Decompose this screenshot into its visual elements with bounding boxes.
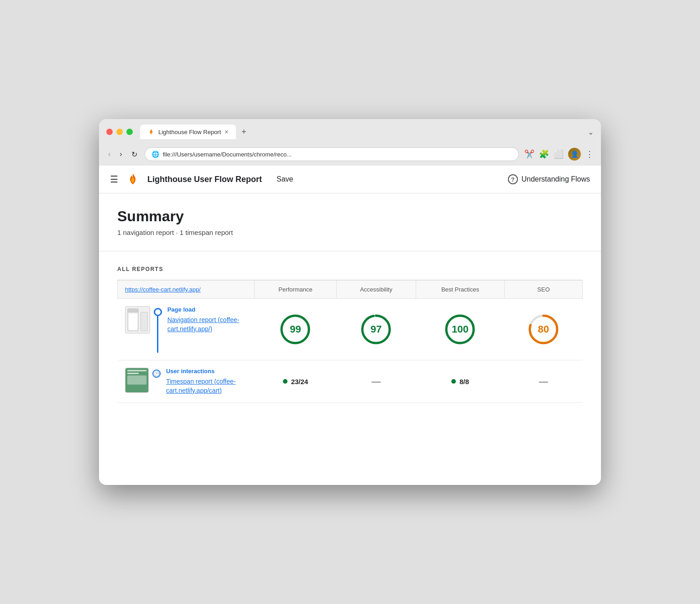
understanding-flows-link[interactable]: ? Understanding Flows <box>508 174 590 184</box>
nav-bestpractices-value: 100 <box>452 323 469 335</box>
refresh-button[interactable]: ↻ <box>130 148 139 161</box>
tab-chevron-icon[interactable]: ⌄ <box>588 128 594 139</box>
timespan-performance-dot <box>283 379 287 384</box>
active-tab[interactable]: Lighthouse Flow Report × <box>140 125 236 139</box>
address-bar[interactable]: 🌐 file:///Users/username/Documents/chrom… <box>145 147 519 161</box>
tab-favicon-icon <box>147 128 155 135</box>
hamburger-menu[interactable]: ☰ <box>110 174 118 185</box>
timespan-report-link[interactable]: Timespan report (coffee-cart.netlify.app… <box>166 377 247 395</box>
user-avatar[interactable]: 👤 <box>568 148 581 161</box>
address-text: file:///Users/username/Documents/chrome/… <box>163 151 512 158</box>
col-header-accessibility: Accessibility <box>336 281 416 299</box>
minimize-traffic-light[interactable] <box>116 129 123 135</box>
col-header-performance: Performance <box>255 281 337 299</box>
table-row: Page load Navigation report (coffee-cart… <box>118 299 583 360</box>
reports-table: https://coffee-cart.netlify.app/ Perform… <box>117 280 583 403</box>
nav-type-label: Page load <box>167 306 247 313</box>
menu-icon[interactable]: ⋮ <box>585 149 594 159</box>
nav-seo-value: 80 <box>538 323 549 335</box>
nav-accessibility-value: 97 <box>371 323 381 335</box>
address-bar-row: ‹ › ↻ 🌐 file:///Users/username/Documents… <box>99 144 601 166</box>
toolbar-icons: ✂️ 🧩 ⬜ 👤 ⋮ <box>524 148 594 161</box>
timespan-thumbnail <box>125 368 149 393</box>
nav-circle-icon <box>154 308 162 316</box>
timespan-performance-value: 23/24 <box>291 378 308 385</box>
table-body: Page load Navigation report (coffee-cart… <box>118 299 583 403</box>
url-link[interactable]: https://coffee-cart.netlify.app/ <box>125 286 201 293</box>
nav-report-info: Page load Navigation report (coffee-cart… <box>167 306 247 333</box>
timespan-report-cell: 🕐 User interactions Timespan report (cof… <box>118 360 255 403</box>
nav-bestpractices-cell: 100 <box>416 299 504 360</box>
lighthouse-logo <box>125 172 140 187</box>
app-header: ☰ Lighthouse User Flow Report Save ? Und… <box>99 166 601 193</box>
timespan-accessibility-cell: — <box>336 360 416 403</box>
save-button[interactable]: Save <box>277 175 293 183</box>
table-header-row: https://coffee-cart.netlify.app/ Perform… <box>118 281 583 299</box>
globe-icon: 🌐 <box>151 151 159 158</box>
timespan-performance-cell: 23/24 <box>255 360 337 403</box>
timeline-line <box>157 316 158 353</box>
traffic-lights <box>106 129 133 135</box>
tabs-row: Lighthouse Flow Report × + ⌄ <box>140 125 594 139</box>
tab-title: Lighthouse Flow Report <box>158 129 221 135</box>
timespan-seo-cell: — <box>505 360 583 403</box>
close-traffic-light[interactable] <box>106 129 113 135</box>
nav-accessibility-cell: 97 <box>336 299 416 360</box>
timespan-report-info: User interactions Timespan report (coffe… <box>166 368 247 395</box>
title-bar-top: Lighthouse Flow Report × + ⌄ <box>106 125 594 139</box>
timespan-seo-value: — <box>539 376 548 386</box>
all-reports-section: ALL REPORTS https://coffee-cart.netlify.… <box>99 251 601 417</box>
summary-section: Summary 1 navigation report · 1 timespan… <box>99 193 601 251</box>
lighthouse-icon <box>125 172 140 187</box>
page-content: ☰ Lighthouse User Flow Report Save ? Und… <box>99 166 601 485</box>
summary-subtitle: 1 navigation report · 1 timespan report <box>117 229 583 236</box>
new-tab-button[interactable]: + <box>238 125 251 138</box>
table-row: 🕐 User interactions Timespan report (cof… <box>118 360 583 403</box>
tab-close-button[interactable]: × <box>225 128 228 135</box>
pip-icon[interactable]: ⬜ <box>554 149 564 159</box>
col-header-best-practices: Best Practices <box>416 281 504 299</box>
nav-performance-score: 99 <box>279 313 311 345</box>
nav-seo-cell: 80 <box>505 299 583 360</box>
title-bar: Lighthouse Flow Report × + ⌄ <box>99 119 601 144</box>
col-header-seo: SEO <box>505 281 583 299</box>
back-button[interactable]: ‹ <box>106 148 112 160</box>
nav-bestpractices-score: 100 <box>444 313 476 345</box>
nav-report-link[interactable]: Navigation report (coffee-cart.netlify.a… <box>167 316 247 333</box>
understanding-flows-label: Understanding Flows <box>522 175 590 183</box>
nav-seo-score: 80 <box>528 313 559 345</box>
summary-title: Summary <box>117 208 583 225</box>
app-title: Lighthouse User Flow Report <box>147 175 262 184</box>
scissors-icon[interactable]: ✂️ <box>524 149 534 159</box>
nav-thumbnail <box>125 306 150 333</box>
nav-timeline-icon <box>154 306 162 353</box>
forward-button[interactable]: › <box>118 148 124 160</box>
timespan-timeline-icon: 🕐 <box>152 368 161 378</box>
timespan-clock-icon: 🕐 <box>152 370 161 378</box>
timespan-accessibility-value: — <box>371 376 381 386</box>
help-icon: ? <box>508 174 518 184</box>
timespan-bestpractices-value: 8/8 <box>460 378 469 385</box>
nav-accessibility-score: 97 <box>360 313 392 345</box>
puzzle-icon[interactable]: 🧩 <box>539 149 549 159</box>
nav-report-cell: Page load Navigation report (coffee-cart… <box>118 299 255 360</box>
nav-performance-value: 99 <box>290 323 301 335</box>
maximize-traffic-light[interactable] <box>126 129 133 135</box>
col-header-url: https://coffee-cart.netlify.app/ <box>118 281 255 299</box>
nav-performance-cell: 99 <box>255 299 337 360</box>
timespan-bestpractices-cell: 8/8 <box>416 360 504 403</box>
timespan-bestpractices-dot <box>451 379 456 384</box>
all-reports-label: ALL REPORTS <box>117 266 583 272</box>
timespan-type-label: User interactions <box>166 368 247 375</box>
browser-window: Lighthouse Flow Report × + ⌄ ‹ › ↻ 🌐 fil… <box>99 119 601 485</box>
